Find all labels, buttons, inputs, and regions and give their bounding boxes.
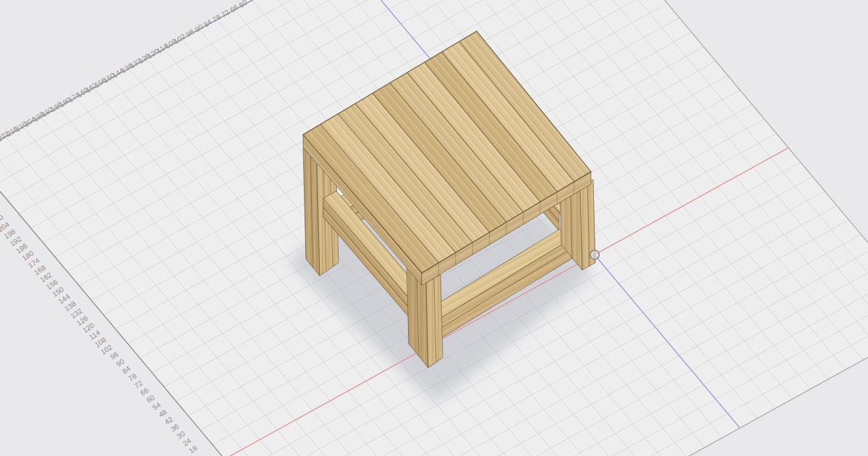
- origin-marker[interactable]: [590, 250, 600, 260]
- scene-canvas[interactable]: 2282222162102041981921861801741681621561…: [0, 0, 868, 456]
- cad-viewport[interactable]: 2282222162102041981921861801741681621561…: [0, 0, 868, 456]
